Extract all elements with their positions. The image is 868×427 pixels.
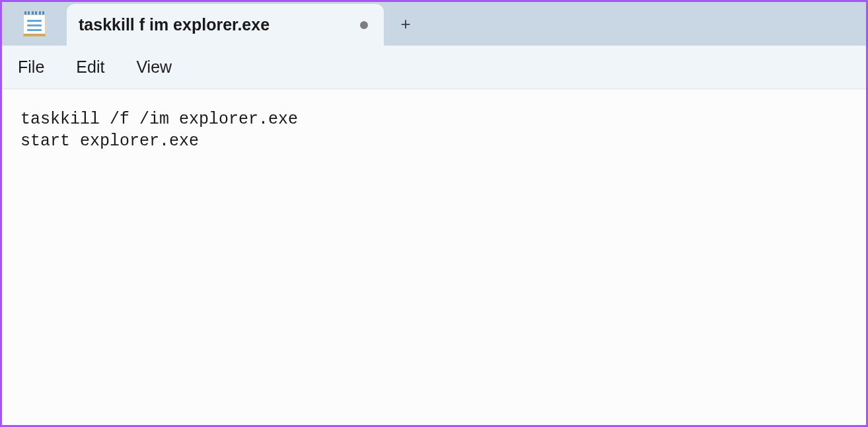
title-bar: taskkill f im explorer.exe + xyxy=(2,2,866,46)
new-tab-button[interactable]: + xyxy=(384,2,427,46)
tab-title: taskkill f im explorer.exe xyxy=(79,15,348,34)
editor-area[interactable]: taskkill /f /im explorer.exe start explo… xyxy=(2,89,866,425)
menu-view[interactable]: View xyxy=(136,58,172,77)
notepad-icon xyxy=(23,11,46,36)
tab-modified-indicator-icon[interactable] xyxy=(360,21,368,29)
menu-bar: File Edit View xyxy=(2,46,866,89)
menu-file[interactable]: File xyxy=(18,58,44,77)
editor-content[interactable]: taskkill /f /im explorer.exe start explo… xyxy=(20,109,848,152)
menu-edit[interactable]: Edit xyxy=(76,58,104,77)
tab-active[interactable]: taskkill f im explorer.exe xyxy=(67,4,384,46)
plus-icon: + xyxy=(400,14,410,34)
app-icon-wrap xyxy=(2,2,67,46)
